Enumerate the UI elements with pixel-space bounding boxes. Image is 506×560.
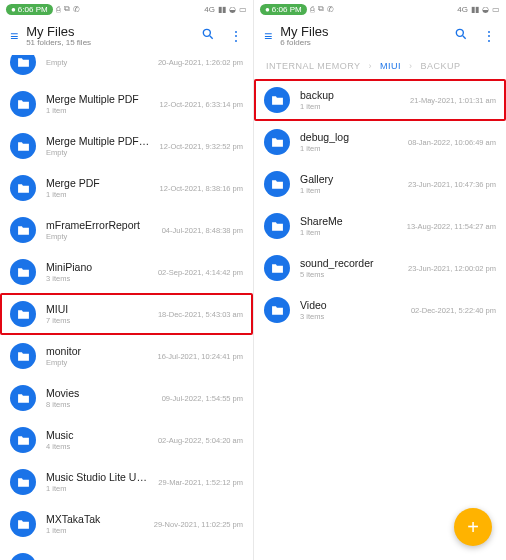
page-subtitle: 6 folders — [280, 38, 446, 47]
fab-add[interactable]: + — [454, 508, 492, 546]
list-item[interactable]: MiniPiano 3 items 02-Sep-2021, 4:14:42 p… — [0, 251, 253, 293]
folder-meta: 5 items — [300, 270, 398, 279]
header: ≡ My Files 51 folders, 15 files ⋮ — [0, 18, 253, 55]
list-item[interactable]: backup 1 item 21-May-2021, 1:01:31 am — [254, 79, 506, 121]
folder-icon — [10, 343, 36, 369]
list-item[interactable]: Movies 8 items 09-Jul-2022, 1:54:55 pm — [0, 377, 253, 419]
cast-icon: ⎙ — [310, 5, 315, 14]
list-item[interactable]: Merge Multiple PDF 1 item 12-Oct-2021, 6… — [0, 83, 253, 125]
list-item[interactable]: debug_log 1 item 08-Jan-2022, 10:06:49 a… — [254, 121, 506, 163]
svg-line-1 — [210, 36, 213, 39]
breadcrumb-item[interactable]: BACKUP — [421, 61, 461, 71]
list-item[interactable]: ShareMe 1 item 13-Aug-2022, 11:54:27 am — [254, 205, 506, 247]
folder-name: Music Studio Lite User Files — [46, 471, 148, 483]
folder-icon — [264, 171, 290, 197]
folder-name: Merge Multiple PDF Files — [46, 135, 150, 147]
folder-icon — [264, 213, 290, 239]
folder-list[interactable]: backup 1 item 21-May-2021, 1:01:31 am de… — [254, 79, 506, 560]
list-item[interactable]: Video 3 items 02-Dec-2021, 5:22:40 pm — [254, 289, 506, 331]
list-item[interactable]: MIUI 7 items 18-Dec-2021, 5:43:03 am — [0, 293, 253, 335]
folder-date: 23-Jun-2021, 10:47:36 pm — [408, 180, 496, 189]
alarm-icon: ⧉ — [64, 4, 70, 14]
folder-date: 16-Jul-2021, 10:24:41 pm — [158, 352, 243, 361]
folder-name: MIUI — [46, 303, 148, 315]
breadcrumb-item[interactable]: MIUI — [380, 61, 401, 71]
folder-icon — [10, 91, 36, 117]
folder-icon — [10, 301, 36, 327]
folder-meta: 1 item — [46, 484, 148, 493]
folder-date: 12-Oct-2021, 9:32:52 pm — [160, 142, 243, 151]
folder-date: 21-May-2021, 1:01:31 am — [410, 96, 496, 105]
folder-meta: 3 items — [46, 274, 148, 283]
menu-icon[interactable]: ≡ — [10, 29, 18, 43]
list-item[interactable]: monitor Empty 16-Jul-2021, 10:24:41 pm — [0, 335, 253, 377]
list-item[interactable]: Merge Multiple PDF Files Empty 12-Oct-20… — [0, 125, 253, 167]
breadcrumb: INTERNAL MEMORY›MIUI›BACKUP — [254, 55, 506, 79]
folder-meta: 4 items — [46, 442, 148, 451]
phone-left: ● 6:06 PM ⎙ ⧉ ✆ 4G ▮▮ ◒ ▭ ≡ My Files 51 … — [0, 0, 253, 560]
mic-icon: ● — [265, 5, 270, 14]
net-label: 4G — [457, 5, 468, 14]
folder-date: 23-Jun-2021, 12:00:02 pm — [408, 264, 496, 273]
folder-meta: 1 item — [300, 102, 400, 111]
folder-date: 18-Dec-2021, 5:43:03 am — [158, 310, 243, 319]
chevron-right-icon: › — [369, 61, 373, 71]
folder-list[interactable]: Empty 20-Aug-2021, 1:26:02 pm Merge Mult… — [0, 55, 253, 560]
folder-date: 20-Aug-2021, 1:26:02 pm — [158, 58, 243, 67]
folder-name: backup — [300, 89, 400, 101]
folder-icon — [10, 55, 36, 75]
folder-meta: Empty — [46, 232, 152, 241]
folder-date: 02-Dec-2021, 5:22:40 pm — [411, 306, 496, 315]
list-item[interactable]: My Drum Pad — [0, 545, 253, 560]
overflow-icon[interactable]: ⋮ — [229, 28, 243, 44]
status-time: 6:06 PM — [272, 5, 302, 14]
folder-meta: 3 items — [300, 312, 401, 321]
list-item[interactable]: mFrameErrorReport Empty 04-Jul-2021, 8:4… — [0, 209, 253, 251]
plus-icon: + — [467, 516, 479, 539]
folder-name: Movies — [46, 387, 152, 399]
statusbar: ● 6:06 PM ⎙ ⧉ ✆ 4G ▮▮ ◒ ▭ — [254, 0, 506, 18]
folder-meta: Empty — [46, 58, 148, 67]
folder-icon — [10, 217, 36, 243]
folder-icon — [10, 259, 36, 285]
folder-meta: 1 item — [46, 190, 150, 199]
overflow-icon[interactable]: ⋮ — [482, 28, 496, 44]
folder-date: 12-Oct-2021, 6:33:14 pm — [160, 100, 243, 109]
folder-name: sound_recorder — [300, 257, 398, 269]
menu-icon[interactable]: ≡ — [264, 29, 272, 43]
battery-icon: ▭ — [492, 5, 500, 14]
list-item[interactable]: Music Studio Lite User Files 1 item 29-M… — [0, 461, 253, 503]
folder-name: Merge PDF — [46, 177, 150, 189]
folder-date: 02-Sep-2021, 4:14:42 pm — [158, 268, 243, 277]
breadcrumb-item[interactable]: INTERNAL MEMORY — [266, 61, 361, 71]
page-title: My Files — [26, 24, 193, 39]
folder-name: MiniPiano — [46, 261, 148, 273]
list-item[interactable]: Gallery 1 item 23-Jun-2021, 10:47:36 pm — [254, 163, 506, 205]
folder-date: 09-Jul-2022, 1:54:55 pm — [162, 394, 243, 403]
list-item[interactable]: sound_recorder 5 items 23-Jun-2021, 12:0… — [254, 247, 506, 289]
folder-name: Merge Multiple PDF — [46, 93, 150, 105]
folder-icon — [10, 427, 36, 453]
folder-date: 12-Oct-2021, 8:38:16 pm — [160, 184, 243, 193]
folder-date: 29-Mar-2021, 1:52:12 pm — [158, 478, 243, 487]
svg-line-3 — [463, 36, 466, 39]
folder-icon — [10, 511, 36, 537]
list-item[interactable]: Merge PDF 1 item 12-Oct-2021, 8:38:16 pm — [0, 167, 253, 209]
chevron-right-icon: › — [409, 61, 413, 71]
folder-meta: 1 item — [300, 144, 398, 153]
folder-icon — [264, 129, 290, 155]
folder-name: ShareMe — [300, 215, 397, 227]
folder-date: 13-Aug-2022, 11:54:27 am — [407, 222, 496, 231]
folder-meta: 1 item — [46, 526, 144, 535]
signal-icon: ▮▮ — [218, 5, 226, 14]
folder-name: debug_log — [300, 131, 398, 143]
search-icon[interactable] — [201, 27, 215, 44]
battery-icon: ▭ — [239, 5, 247, 14]
net-label: 4G — [204, 5, 215, 14]
list-item[interactable]: Music 4 items 02-Aug-2022, 5:04:20 am — [0, 419, 253, 461]
list-item[interactable]: MXTakaTak 1 item 29-Nov-2021, 11:02:25 p… — [0, 503, 253, 545]
search-icon[interactable] — [454, 27, 468, 44]
list-item[interactable]: Empty 20-Aug-2021, 1:26:02 pm — [0, 55, 253, 83]
folder-icon — [10, 385, 36, 411]
mic-icon: ● — [11, 5, 16, 14]
